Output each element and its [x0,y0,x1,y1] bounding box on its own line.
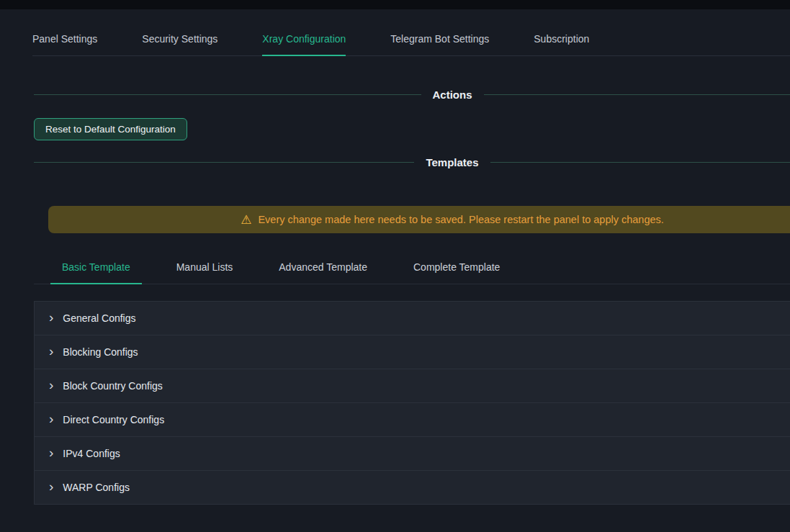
collapse-item-label: WARP Configs [63,482,130,493]
tab-advanced-template[interactable]: Advanced Template [267,261,379,284]
tab-manual-lists[interactable]: Manual Lists [165,261,245,284]
tab-label: Subscription [534,33,589,45]
warning-message: Every change made here needs to be saved… [258,214,663,225]
actions-divider-title: Actions [421,89,484,101]
template-tab-bar: Basic Template Manual Lists Advanced Tem… [34,261,790,284]
reset-to-default-button[interactable]: Reset to Default Configuration [34,118,187,140]
top-strip [0,0,790,9]
restart-warning-alert: ⚠ Every change made here needs to be sav… [48,206,790,233]
actions-divider: Actions [34,89,790,101]
collapse-item-label: Block Country Configs [63,380,163,392]
collapse-item-direct-country-configs[interactable]: › Direct Country Configs [35,403,790,437]
tab-label: Complete Template [413,261,500,273]
tab-label: Basic Template [62,261,130,273]
tab-label: Telegram Bot Settings [390,33,489,45]
settings-page: Panel Settings Security Settings Xray Co… [0,0,790,532]
collapse-item-blocking-configs[interactable]: › Blocking Configs [35,335,790,369]
tab-label: Xray Configuration [262,33,346,45]
settings-tab-bar: Panel Settings Security Settings Xray Co… [32,9,790,56]
collapse-item-general-configs[interactable]: › General Configs [35,302,790,335]
tab-security-settings[interactable]: Security Settings [142,29,217,55]
tab-label: Panel Settings [32,33,97,45]
tab-xray-configuration[interactable]: Xray Configuration [262,29,346,55]
divider-line [34,162,414,163]
tab-basic-template[interactable]: Basic Template [50,261,142,284]
divider-line [34,94,421,95]
content-area: Panel Settings Security Settings Xray Co… [34,9,790,505]
divider-line [484,94,790,95]
templates-divider: Templates [34,156,790,168]
collapse-item-warp-configs[interactable]: › WARP Configs [35,471,790,505]
tab-subscription[interactable]: Subscription [534,29,589,55]
templates-divider-title: Templates [414,156,490,168]
configs-accordion: › General Configs › Blocking Configs › B… [34,301,790,505]
collapse-item-ipv4-configs[interactable]: › IPv4 Configs [35,437,790,471]
tab-telegram-bot-settings[interactable]: Telegram Bot Settings [390,29,489,55]
collapse-item-label: IPv4 Configs [63,448,120,459]
collapse-item-label: General Configs [63,312,135,324]
tab-label: Manual Lists [176,261,233,273]
collapse-item-label: Blocking Configs [63,346,138,358]
collapse-item-block-country-configs[interactable]: › Block Country Configs [35,369,790,403]
tab-label: Advanced Template [279,261,367,273]
tab-panel-settings[interactable]: Panel Settings [32,29,97,55]
tab-label: Security Settings [142,33,217,45]
collapse-item-label: Direct Country Configs [63,414,164,425]
divider-line [490,162,790,163]
warning-icon: ⚠ [241,214,251,226]
tab-complete-template[interactable]: Complete Template [402,261,511,284]
